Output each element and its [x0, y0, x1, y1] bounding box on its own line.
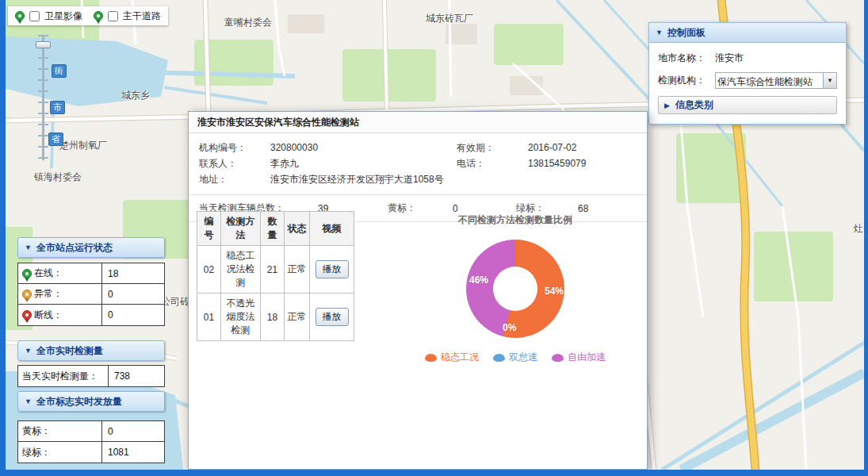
realtime-row: 当天实时检测量： 738: [18, 366, 164, 386]
phone-label: 电话：: [457, 157, 528, 170]
org-select[interactable]: 保汽车综合性能检测站 ▼: [715, 72, 837, 89]
col-header-no: 编号: [197, 212, 221, 246]
chart-legend: 稳态工况 双怠速 自由加速: [396, 351, 634, 364]
contact-value: 李赤九: [270, 157, 457, 170]
realtime-panel-title: 全市实时检测量: [36, 344, 103, 358]
cell-count: 21: [261, 246, 285, 294]
address-value: 淮安市淮安区经济开发区翔宇大道1058号: [270, 173, 637, 186]
map-canvas[interactable]: 童嘴村委会 城东砖瓦厂 城东乡 楚州制氧厂 镇海村委会 公司砖瓦厂 灶 街 市 …: [6, 0, 864, 470]
table-row: 02 稳态工况法检测 21 正常 播放: [197, 246, 354, 294]
map-label: 童嘴村委会: [224, 16, 272, 29]
status-row-online: 在线： 18: [18, 263, 164, 284]
slice-label-dual-idle: 0%: [503, 322, 516, 333]
col-header-count: 数量: [261, 212, 285, 246]
popup-yellow-value: 0: [453, 203, 516, 214]
station-info: 机构编号： 320800030 有效期： 2016-07-02 联系人： 李赤九…: [189, 133, 647, 190]
donut-chart-wrap: 46% 54% 0%: [466, 240, 564, 338]
status-panel-header[interactable]: ▼ 全市站点运行状态: [17, 237, 165, 258]
legend-label: 稳态工况: [441, 351, 479, 364]
control-panel-header[interactable]: ▼ 控制面板: [649, 23, 846, 43]
yellow-flag-value: 0: [102, 421, 164, 441]
chart-title: 不同检测方法检测数量比例: [396, 213, 634, 227]
roads-pin-icon: [94, 11, 103, 21]
zoom-level-street[interactable]: 街: [52, 64, 67, 78]
offline-value: 0: [102, 305, 164, 325]
online-value: 18: [102, 263, 164, 283]
control-panel-body: 地市名称： 淮安市 检测机构： 保汽车综合性能检测站 ▼ ▶ 信息类别: [649, 43, 846, 124]
legend-item-free-accel[interactable]: 自由加速: [552, 351, 606, 364]
contact-label: 联系人：: [199, 157, 270, 170]
satellite-label: 卫星影像: [44, 10, 82, 23]
collapse-arrow-icon: ▼: [25, 347, 32, 355]
expand-arrow-icon: ▶: [664, 102, 670, 109]
online-pin-icon: [22, 269, 32, 278]
play-video-button[interactable]: 播放: [315, 260, 349, 278]
collapse-arrow-icon: ▼: [25, 397, 32, 405]
flags-panel-header[interactable]: ▼ 全市标志实时发放量: [17, 391, 165, 412]
cell-status: 正常: [285, 294, 310, 341]
zoom-level-city[interactable]: 市: [50, 101, 65, 114]
realtime-value: 738: [109, 366, 164, 386]
roads-checkbox[interactable]: [108, 11, 118, 21]
legend-marker-icon: [425, 354, 437, 362]
cell-no: 01: [197, 294, 221, 341]
collapse-arrow-icon: ▼: [656, 29, 663, 36]
status-table: 在线： 18 异常： 0 断线： 0: [17, 263, 165, 326]
col-header-video: 视频: [310, 212, 354, 246]
abnormal-pin-icon: [22, 290, 32, 299]
cell-status: 正常: [285, 246, 310, 294]
play-video-button[interactable]: 播放: [315, 308, 349, 326]
station-detail-popup: 淮安市淮安区安保汽车综合性能检测站 机构编号： 320800030 有效期： 2…: [188, 111, 648, 470]
flags-row-green: 绿标： 1081: [18, 442, 164, 463]
realtime-panel-header[interactable]: ▼ 全市实时检测量: [17, 340, 165, 361]
legend-marker-icon: [552, 354, 564, 362]
zoom-level-province[interactable]: 省: [48, 132, 63, 146]
slice-label-steady: 54%: [545, 286, 564, 297]
flags-table: 黄标： 0 绿标： 1081: [17, 420, 165, 463]
status-row-offline: 断线： 0: [18, 305, 164, 325]
status-panel-title: 全市站点运行状态: [36, 241, 113, 255]
realtime-table: 当天实时检测量： 738: [17, 365, 165, 387]
phone-value: 13815459079: [528, 157, 637, 170]
legend-label: 自由加速: [568, 351, 606, 364]
map-label: 镇海村委会: [34, 171, 82, 184]
dropdown-arrow-icon[interactable]: ▼: [823, 73, 836, 88]
cell-count: 18: [261, 294, 285, 341]
city-label: 地市名称：: [658, 52, 715, 65]
green-flag-value: 1081: [102, 442, 164, 463]
abnormal-label: 异常：: [34, 287, 63, 301]
legend-marker-icon: [493, 354, 505, 362]
col-header-method: 检测方法: [221, 212, 261, 246]
satellite-pin-icon: [15, 11, 25, 21]
map-label: 城东乡: [121, 89, 150, 102]
zoom-track[interactable]: [42, 35, 44, 160]
org-select-value: 保汽车综合性能检测站: [716, 73, 823, 88]
offline-label: 断线：: [34, 309, 63, 322]
valid-label: 有效期：: [457, 141, 528, 154]
org-no-label: 机构编号：: [199, 141, 270, 154]
green-flag-label: 绿标：: [22, 446, 51, 459]
zoom-slider-handle[interactable]: [36, 41, 51, 48]
window-frame: 童嘴村委会 城东砖瓦厂 城东乡 楚州制氧厂 镇海村委会 公司砖瓦厂 灶 街 市 …: [0, 0, 868, 476]
legend-item-dual-idle[interactable]: 双怠速: [493, 351, 537, 364]
flags-row-yellow: 黄标： 0: [18, 421, 164, 442]
control-panel-title: 控制面板: [667, 26, 705, 40]
valid-value: 2016-07-02: [528, 141, 637, 154]
col-header-status: 状态: [285, 212, 310, 246]
table-row: 01 不透光烟度法检测 18 正常 播放: [197, 294, 354, 341]
cell-no: 02: [197, 246, 221, 294]
legend-item-steady[interactable]: 稳态工况: [425, 351, 479, 364]
info-category-accordion[interactable]: ▶ 信息类别: [658, 96, 837, 114]
legend-label: 双怠速: [509, 351, 537, 364]
control-panel: ▼ 控制面板 地市名称： 淮安市 检测机构： 保汽车综合性能检测站 ▼ ▶: [648, 22, 847, 125]
satellite-checkbox[interactable]: [29, 11, 40, 21]
abnormal-value: 0: [102, 284, 164, 304]
map-label: 灶: [854, 222, 863, 236]
org-no-value: 320800030: [270, 141, 457, 154]
donut-hole: [493, 267, 537, 311]
layer-toolbar: 卫星影像 主干道路: [8, 6, 168, 25]
city-value: 淮安市: [715, 52, 744, 65]
realtime-label: 当天实时检测量：: [22, 370, 98, 383]
online-label: 在线：: [34, 267, 63, 280]
slice-label-free-accel: 46%: [469, 274, 488, 286]
